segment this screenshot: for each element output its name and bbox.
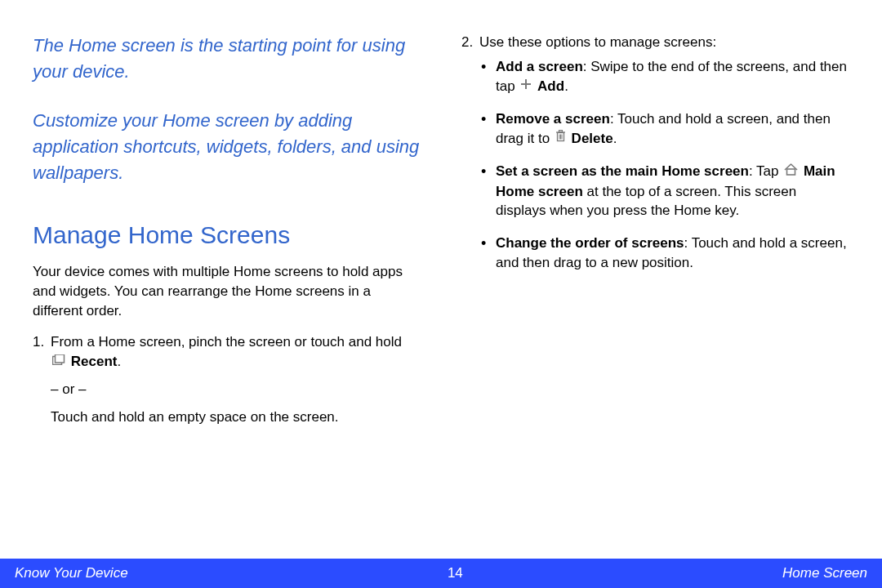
footer-page-number: 14 xyxy=(448,565,463,581)
step-2: Use these options to manage screens: Add… xyxy=(479,33,849,273)
step-list-right: Use these options to manage screens: Add… xyxy=(461,33,849,273)
footer-right: Home Screen xyxy=(782,565,867,581)
left-column: The Home screen is the starting point fo… xyxy=(33,33,421,555)
bullet-add-bold: Add xyxy=(537,78,564,94)
bullet-main-label: Set a screen as the main Home screen xyxy=(496,163,749,179)
bullet-list: Add a screen: Swipe to the end of the sc… xyxy=(479,57,849,273)
step-1-bold: Recent xyxy=(71,354,118,369)
footer-left: Know Your Device xyxy=(15,565,128,581)
bullet-add-label: Add a screen xyxy=(496,59,583,74)
section-paragraph: Your device comes with multiple Home scr… xyxy=(33,262,421,320)
bullet-remove-bold: Delete xyxy=(572,131,613,146)
step-1-text-c: Touch and hold an empty space on the scr… xyxy=(51,408,421,427)
bullet-main-a: : Tap xyxy=(749,163,782,179)
step-2-intro: Use these options to manage screens: xyxy=(479,34,716,50)
right-column: Use these options to manage screens: Add… xyxy=(461,33,849,555)
bullet-add-c: . xyxy=(564,78,568,94)
svg-rect-10 xyxy=(787,169,795,175)
bullet-order-label: Change the order of screens xyxy=(496,235,684,251)
step-1-dot: . xyxy=(117,354,121,369)
step-1-or: – or – xyxy=(51,380,421,399)
plus-icon xyxy=(520,76,532,96)
section-heading: Manage Home Screens xyxy=(33,218,421,252)
bullet-order-screens: Change the order of screens: Touch and h… xyxy=(496,234,849,273)
step-1: From a Home screen, pinch the screen or … xyxy=(51,332,421,427)
intro-paragraph-1: The Home screen is the starting point fo… xyxy=(33,33,421,85)
svg-rect-9 xyxy=(559,131,562,132)
step-1-text-a: From a Home screen, pinch the screen or … xyxy=(51,334,402,350)
intro-paragraph-2: Customize your Home screen by adding app… xyxy=(33,108,421,186)
recent-icon xyxy=(52,351,65,371)
home-icon xyxy=(784,162,798,181)
svg-rect-1 xyxy=(56,354,65,363)
step-list-left: From a Home screen, pinch the screen or … xyxy=(33,332,421,427)
trash-icon xyxy=(555,128,566,148)
bullet-remove-c: . xyxy=(613,131,617,146)
bullet-remove-label: Remove a screen xyxy=(496,111,610,127)
page-content: The Home screen is the starting point fo… xyxy=(0,0,882,555)
page-footer: Know Your Device 14 Home Screen xyxy=(0,559,882,588)
bullet-main-screen: Set a screen as the main Home screen: Ta… xyxy=(496,162,849,220)
bullet-remove-screen: Remove a screen: Touch and hold a screen… xyxy=(496,109,849,149)
bullet-add-screen: Add a screen: Swipe to the end of the sc… xyxy=(496,57,849,96)
